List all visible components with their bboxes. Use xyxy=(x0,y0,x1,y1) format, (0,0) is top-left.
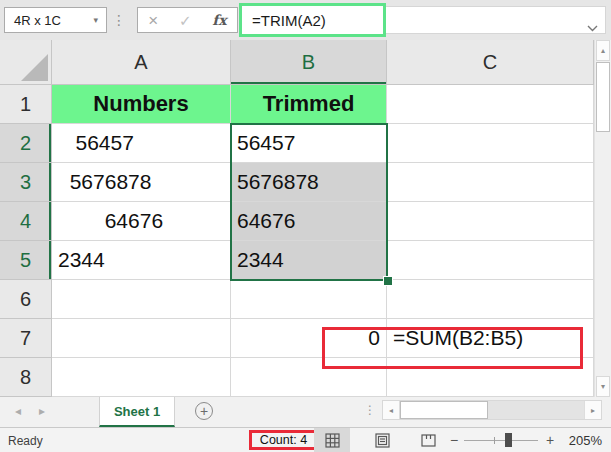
zoom-level-label[interactable]: 205% xyxy=(569,433,602,448)
row-header-2[interactable]: 2 xyxy=(0,124,52,163)
cell-b4[interactable]: 64676 xyxy=(231,202,387,241)
status-mode-label: Ready xyxy=(8,434,43,448)
horizontal-scrollbar[interactable]: ◂ ▸ xyxy=(382,400,602,420)
enter-icon[interactable]: ✓ xyxy=(179,13,192,28)
formula-bar-buttons: × ✓ fx xyxy=(137,7,238,33)
cell-b3[interactable]: 5676878 xyxy=(231,163,387,202)
cell-a5[interactable]: 2344 xyxy=(52,241,231,280)
page-layout-view-icon[interactable] xyxy=(364,428,400,452)
row-header-3[interactable]: 3 xyxy=(0,163,52,202)
zoom-slider-thumb[interactable] xyxy=(505,433,512,447)
row-header-4[interactable]: 4 xyxy=(0,202,52,241)
tab-strip-dots-icon: ⋮ xyxy=(364,403,376,417)
page-break-preview-icon[interactable] xyxy=(410,428,446,452)
add-sheet-icon[interactable]: + xyxy=(195,402,213,420)
cell-c5[interactable] xyxy=(387,241,594,280)
sheet-tab-sheet1[interactable]: Sheet 1 xyxy=(99,397,175,427)
scroll-down-icon[interactable]: ▾ xyxy=(596,376,610,397)
cell-c1[interactable] xyxy=(387,85,594,124)
cell-a8[interactable] xyxy=(52,358,231,397)
cell-c6[interactable] xyxy=(387,280,594,319)
horizontal-scrollbar-thumb[interactable] xyxy=(400,401,488,419)
vertical-scrollbar[interactable]: ▴ ▾ xyxy=(594,40,611,397)
scroll-up-icon[interactable]: ▴ xyxy=(596,40,610,61)
row-header-6[interactable]: 6 xyxy=(0,280,52,319)
row-header-7[interactable]: 7 xyxy=(0,319,52,358)
zoom-in-icon[interactable]: + xyxy=(546,432,554,448)
cell-a7[interactable] xyxy=(52,319,231,358)
cell-b7[interactable]: 0 xyxy=(231,319,387,358)
cell-b8[interactable] xyxy=(231,358,387,397)
sheet-tab-strip: ◂ ▸ Sheet 1 + ⋮ ◂ ▸ xyxy=(0,397,611,427)
row-header-1[interactable]: 1 xyxy=(0,85,52,124)
formula-bar-expand-icon[interactable] xyxy=(587,18,598,36)
tab-prev-icon[interactable]: ◂ xyxy=(15,405,21,417)
cell-b1[interactable]: Trimmed xyxy=(231,85,387,124)
name-box[interactable]: 4R x 1C ▾ xyxy=(4,7,107,33)
horizontal-scrollbar-track[interactable] xyxy=(488,401,584,419)
column-header-c[interactable]: C xyxy=(387,40,594,85)
cell-c2[interactable] xyxy=(387,124,594,163)
row-header-5[interactable]: 5 xyxy=(0,241,52,280)
formula-text: =TRIM(A2) xyxy=(242,12,326,29)
cell-b5[interactable]: 2344 xyxy=(231,241,387,280)
status-bar: Ready Count: 4 − + 205% xyxy=(0,427,611,452)
column-header-a[interactable]: A xyxy=(52,40,231,85)
cell-c3[interactable] xyxy=(387,163,594,202)
formula-input[interactable]: =TRIM(A2) xyxy=(242,6,606,34)
vertical-scrollbar-thumb[interactable] xyxy=(596,62,610,132)
cell-a6[interactable] xyxy=(52,280,231,319)
row-header-8[interactable]: 8 xyxy=(0,358,52,397)
cell-a2[interactable]: 56457 xyxy=(52,124,231,163)
zoom-slider-track[interactable] xyxy=(464,440,538,441)
cell-c7[interactable]: =SUM(B2:B5) xyxy=(387,319,594,358)
fill-handle[interactable] xyxy=(383,276,393,286)
excel-window: 4R x 1C ▾ ⋮ × ✓ fx =TRIM(A2) A B C 1 xyxy=(0,0,611,452)
cell-a4[interactable]: 64676 xyxy=(52,202,231,241)
count-badge: Count: 4 xyxy=(249,430,318,450)
worksheet-area: A B C 1 Numbers Trimmed 2 56457 56457 3 … xyxy=(0,40,611,397)
cell-a1[interactable]: Numbers xyxy=(52,85,231,124)
select-all-triangle-icon xyxy=(21,54,48,81)
separator-dots-icon: ⋮ xyxy=(112,9,126,31)
cell-b2[interactable]: 56457 xyxy=(231,124,387,163)
cell-c4[interactable] xyxy=(387,202,594,241)
tab-next-icon[interactable]: ▸ xyxy=(39,405,45,417)
cell-b6[interactable] xyxy=(231,280,387,319)
cell-grid: A B C 1 Numbers Trimmed 2 56457 56457 3 … xyxy=(0,40,594,397)
name-box-value: 4R x 1C xyxy=(5,13,93,28)
zoom-out-icon[interactable]: − xyxy=(450,432,458,448)
cell-a3[interactable]: 5676878 xyxy=(52,163,231,202)
cancel-icon[interactable]: × xyxy=(148,12,158,29)
column-header-b[interactable]: B xyxy=(231,40,387,85)
name-box-dropdown-icon[interactable]: ▾ xyxy=(93,15,106,25)
select-all-button[interactable] xyxy=(0,40,52,85)
normal-view-icon[interactable] xyxy=(314,428,350,452)
insert-function-icon[interactable]: fx xyxy=(212,12,226,28)
scroll-right-icon[interactable]: ▸ xyxy=(584,401,601,419)
cell-c8[interactable] xyxy=(387,358,594,397)
zoom-slider-tick xyxy=(494,437,495,444)
scroll-left-icon[interactable]: ◂ xyxy=(383,401,400,419)
formula-bar-strip: 4R x 1C ▾ ⋮ × ✓ fx =TRIM(A2) xyxy=(0,0,611,40)
formula-highlight-box: =TRIM(A2) xyxy=(239,3,386,37)
